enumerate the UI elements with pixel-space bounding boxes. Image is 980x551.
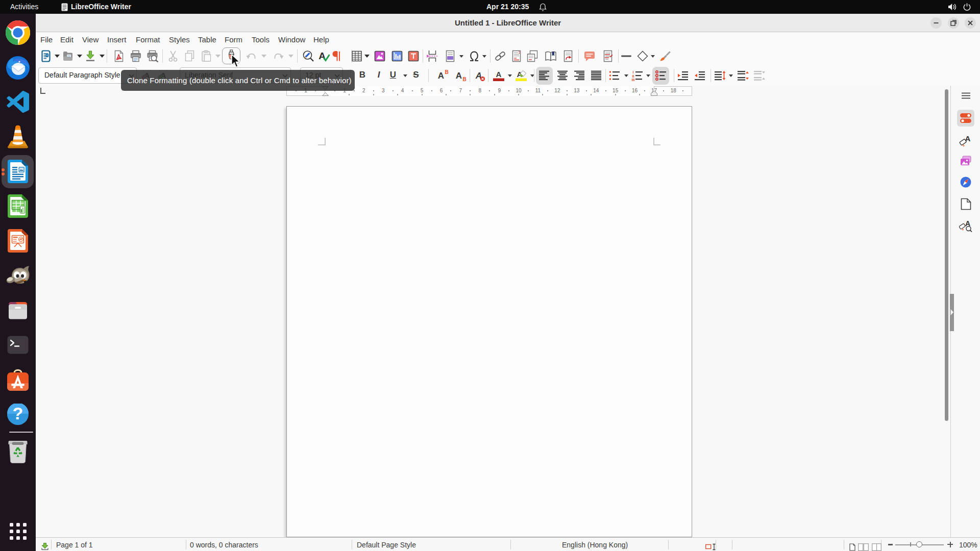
svg-text:I: I xyxy=(633,70,634,74)
svg-text:A: A xyxy=(438,71,444,81)
svg-text:B: B xyxy=(445,69,448,75)
svg-text:?: ? xyxy=(13,404,23,423)
svg-text:II: II xyxy=(632,74,634,78)
svg-text:B: B xyxy=(462,77,466,82)
svg-text:A: A xyxy=(496,70,502,79)
svg-text:III: III xyxy=(632,78,635,82)
svg-text:1: 1 xyxy=(519,51,521,54)
svg-text:A: A xyxy=(456,71,462,81)
